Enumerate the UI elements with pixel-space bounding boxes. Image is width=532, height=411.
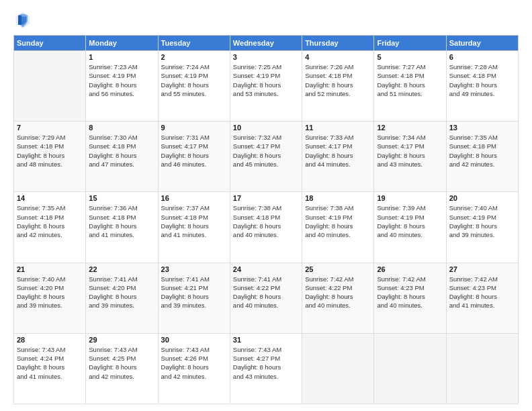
- calendar-cell: 18Sunrise: 7:38 AM Sunset: 4:19 PM Dayli…: [302, 192, 374, 263]
- day-info: Sunrise: 7:29 AM Sunset: 4:18 PM Dayligh…: [17, 133, 83, 169]
- calendar-week-2: 7Sunrise: 7:29 AM Sunset: 4:18 PM Daylig…: [14, 122, 519, 192]
- day-number: 25: [305, 265, 371, 273]
- calendar-week-1: 1Sunrise: 7:23 AM Sunset: 4:19 PM Daylig…: [14, 51, 519, 122]
- calendar-cell: 12Sunrise: 7:34 AM Sunset: 4:17 PM Dayli…: [374, 122, 446, 192]
- day-info: Sunrise: 7:35 AM Sunset: 4:18 PM Dayligh…: [17, 203, 83, 239]
- day-info: Sunrise: 7:40 AM Sunset: 4:19 PM Dayligh…: [449, 203, 515, 239]
- day-number: 6: [449, 53, 515, 61]
- calendar-cell: 14Sunrise: 7:35 AM Sunset: 4:18 PM Dayli…: [14, 192, 86, 263]
- day-info: Sunrise: 7:40 AM Sunset: 4:20 PM Dayligh…: [17, 275, 83, 310]
- day-info: Sunrise: 7:41 AM Sunset: 4:22 PM Dayligh…: [233, 275, 299, 310]
- calendar-cell: 17Sunrise: 7:38 AM Sunset: 4:18 PM Dayli…: [230, 192, 302, 263]
- day-info: Sunrise: 7:42 AM Sunset: 4:23 PM Dayligh…: [449, 275, 515, 310]
- day-number: 18: [305, 194, 371, 202]
- calendar-cell: 13Sunrise: 7:35 AM Sunset: 4:18 PM Dayli…: [446, 122, 518, 192]
- col-header-monday: Monday: [86, 36, 158, 51]
- day-info: Sunrise: 7:32 AM Sunset: 4:17 PM Dayligh…: [233, 133, 299, 169]
- calendar-cell: 29Sunrise: 7:43 AM Sunset: 4:25 PM Dayli…: [86, 333, 158, 404]
- day-info: Sunrise: 7:37 AM Sunset: 4:18 PM Dayligh…: [161, 203, 227, 239]
- day-info: Sunrise: 7:38 AM Sunset: 4:18 PM Dayligh…: [233, 203, 299, 239]
- calendar-cell: [374, 333, 446, 404]
- day-info: Sunrise: 7:25 AM Sunset: 4:19 PM Dayligh…: [233, 62, 299, 98]
- day-info: Sunrise: 7:43 AM Sunset: 4:24 PM Dayligh…: [17, 345, 83, 381]
- day-info: Sunrise: 7:28 AM Sunset: 4:18 PM Dayligh…: [449, 62, 515, 98]
- day-info: Sunrise: 7:34 AM Sunset: 4:17 PM Dayligh…: [377, 133, 443, 169]
- calendar-cell: 3Sunrise: 7:25 AM Sunset: 4:19 PM Daylig…: [230, 51, 302, 122]
- day-number: 5: [377, 53, 443, 61]
- calendar-cell: 21Sunrise: 7:40 AM Sunset: 4:20 PM Dayli…: [14, 263, 86, 333]
- day-number: 11: [305, 124, 371, 132]
- calendar-cell: 19Sunrise: 7:39 AM Sunset: 4:19 PM Dayli…: [374, 192, 446, 263]
- day-number: 20: [449, 194, 515, 202]
- calendar-cell: 24Sunrise: 7:41 AM Sunset: 4:22 PM Dayli…: [230, 263, 302, 333]
- calendar-cell: 31Sunrise: 7:43 AM Sunset: 4:27 PM Dayli…: [230, 333, 302, 404]
- day-number: 2: [161, 53, 227, 61]
- day-info: Sunrise: 7:43 AM Sunset: 4:26 PM Dayligh…: [161, 345, 227, 381]
- calendar-cell: 9Sunrise: 7:31 AM Sunset: 4:17 PM Daylig…: [158, 122, 230, 192]
- logo-icon: [13, 11, 32, 30]
- calendar-week-3: 14Sunrise: 7:35 AM Sunset: 4:18 PM Dayli…: [14, 192, 519, 263]
- calendar-cell: 26Sunrise: 7:42 AM Sunset: 4:23 PM Dayli…: [374, 263, 446, 333]
- calendar-cell: 4Sunrise: 7:26 AM Sunset: 4:18 PM Daylig…: [302, 51, 374, 122]
- calendar-cell: 2Sunrise: 7:24 AM Sunset: 4:19 PM Daylig…: [158, 51, 230, 122]
- day-number: 17: [233, 194, 299, 202]
- day-info: Sunrise: 7:41 AM Sunset: 4:20 PM Dayligh…: [89, 275, 154, 310]
- header: [13, 11, 519, 30]
- day-info: Sunrise: 7:36 AM Sunset: 4:18 PM Dayligh…: [89, 203, 154, 239]
- day-info: Sunrise: 7:30 AM Sunset: 4:18 PM Dayligh…: [89, 133, 154, 169]
- day-info: Sunrise: 7:35 AM Sunset: 4:18 PM Dayligh…: [449, 133, 515, 169]
- day-number: 31: [233, 336, 299, 344]
- calendar-cell: 7Sunrise: 7:29 AM Sunset: 4:18 PM Daylig…: [14, 122, 86, 192]
- calendar-cell: 11Sunrise: 7:33 AM Sunset: 4:17 PM Dayli…: [302, 122, 374, 192]
- day-info: Sunrise: 7:42 AM Sunset: 4:23 PM Dayligh…: [377, 275, 443, 310]
- day-number: 9: [161, 124, 227, 132]
- calendar-cell: 30Sunrise: 7:43 AM Sunset: 4:26 PM Dayli…: [158, 333, 230, 404]
- col-header-tuesday: Tuesday: [158, 36, 230, 51]
- calendar-cell: 10Sunrise: 7:32 AM Sunset: 4:17 PM Dayli…: [230, 122, 302, 192]
- day-number: 3: [233, 53, 299, 61]
- col-header-thursday: Thursday: [302, 36, 374, 51]
- calendar-cell: [302, 333, 374, 404]
- day-info: Sunrise: 7:27 AM Sunset: 4:18 PM Dayligh…: [377, 62, 443, 98]
- calendar-week-4: 21Sunrise: 7:40 AM Sunset: 4:20 PM Dayli…: [14, 263, 519, 333]
- day-number: 29: [89, 336, 154, 344]
- day-number: 23: [161, 265, 227, 273]
- calendar-cell: 1Sunrise: 7:23 AM Sunset: 4:19 PM Daylig…: [86, 51, 158, 122]
- col-header-sunday: Sunday: [14, 36, 86, 51]
- day-info: Sunrise: 7:23 AM Sunset: 4:19 PM Dayligh…: [89, 62, 154, 98]
- calendar-cell: 27Sunrise: 7:42 AM Sunset: 4:23 PM Dayli…: [446, 263, 518, 333]
- day-number: 16: [161, 194, 227, 202]
- day-number: 14: [17, 194, 83, 202]
- page: SundayMondayTuesdayWednesdayThursdayFrid…: [0, 0, 532, 411]
- calendar-cell: 28Sunrise: 7:43 AM Sunset: 4:24 PM Dayli…: [14, 333, 86, 404]
- day-info: Sunrise: 7:33 AM Sunset: 4:17 PM Dayligh…: [305, 133, 371, 169]
- calendar-cell: 15Sunrise: 7:36 AM Sunset: 4:18 PM Dayli…: [86, 192, 158, 263]
- logo: [13, 11, 35, 30]
- day-number: 28: [17, 336, 83, 344]
- day-number: 4: [305, 53, 371, 61]
- calendar-cell: 22Sunrise: 7:41 AM Sunset: 4:20 PM Dayli…: [86, 263, 158, 333]
- calendar-cell: [14, 51, 86, 122]
- calendar-table: SundayMondayTuesdayWednesdayThursdayFrid…: [13, 35, 519, 404]
- day-number: 12: [377, 124, 443, 132]
- calendar-cell: [446, 333, 518, 404]
- day-info: Sunrise: 7:39 AM Sunset: 4:19 PM Dayligh…: [377, 203, 443, 239]
- day-info: Sunrise: 7:26 AM Sunset: 4:18 PM Dayligh…: [305, 62, 371, 98]
- day-info: Sunrise: 7:43 AM Sunset: 4:25 PM Dayligh…: [89, 345, 154, 381]
- col-header-saturday: Saturday: [446, 36, 518, 51]
- day-number: 8: [89, 124, 154, 132]
- day-number: 13: [449, 124, 515, 132]
- calendar-cell: 20Sunrise: 7:40 AM Sunset: 4:19 PM Dayli…: [446, 192, 518, 263]
- day-info: Sunrise: 7:31 AM Sunset: 4:17 PM Dayligh…: [161, 133, 227, 169]
- col-header-friday: Friday: [374, 36, 446, 51]
- day-number: 19: [377, 194, 443, 202]
- day-number: 10: [233, 124, 299, 132]
- svg-rect-1: [18, 15, 21, 25]
- calendar-cell: 6Sunrise: 7:28 AM Sunset: 4:18 PM Daylig…: [446, 51, 518, 122]
- day-info: Sunrise: 7:41 AM Sunset: 4:21 PM Dayligh…: [161, 275, 227, 310]
- day-info: Sunrise: 7:38 AM Sunset: 4:19 PM Dayligh…: [305, 203, 371, 239]
- day-number: 1: [89, 53, 154, 61]
- day-info: Sunrise: 7:24 AM Sunset: 4:19 PM Dayligh…: [161, 62, 227, 98]
- day-number: 22: [89, 265, 154, 273]
- col-header-wednesday: Wednesday: [230, 36, 302, 51]
